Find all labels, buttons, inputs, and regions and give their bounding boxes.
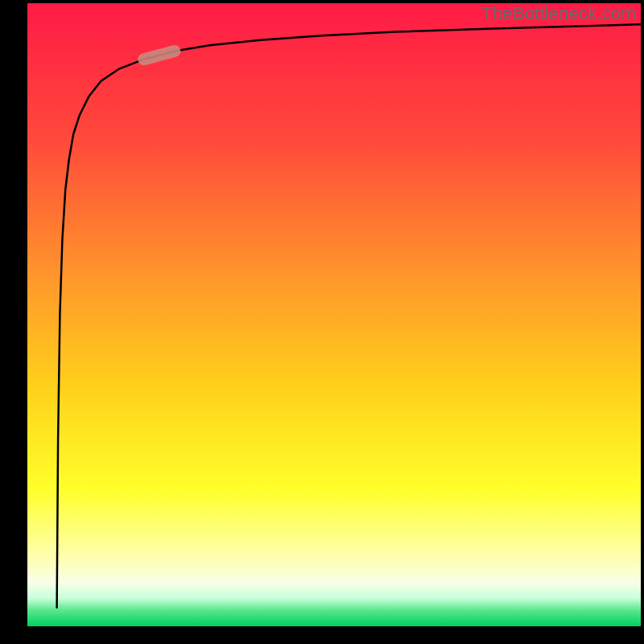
watermark-text: TheBottleneck.com xyxy=(481,3,636,24)
chart-svg xyxy=(0,0,644,644)
highlight-marker xyxy=(144,52,175,60)
chart-container: TheBottleneck.com xyxy=(0,0,644,644)
chart-background xyxy=(27,3,641,626)
